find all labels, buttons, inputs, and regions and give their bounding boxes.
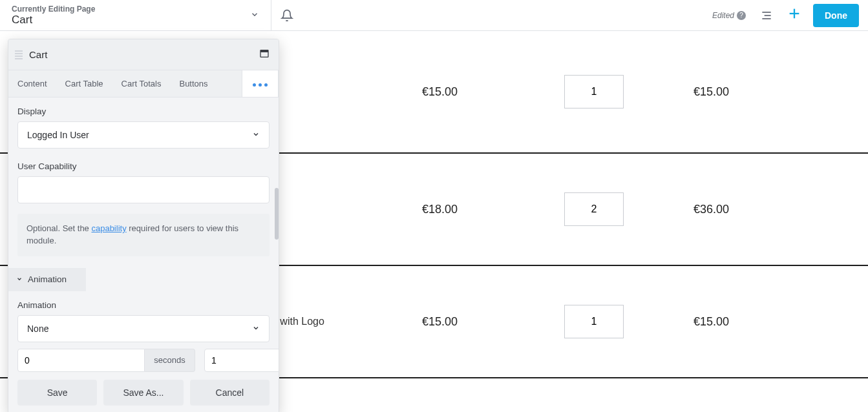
- save-as-button[interactable]: Save As...: [103, 380, 183, 406]
- delay-input[interactable]: [17, 349, 145, 372]
- top-bar: Currently Editing Page Cart Edited ? Don…: [0, 0, 868, 31]
- display-value: Logged In User: [27, 130, 89, 140]
- drag-handle-icon[interactable]: [15, 50, 23, 59]
- tab-buttons[interactable]: Buttons: [170, 70, 217, 97]
- svg-rect-6: [260, 50, 268, 52]
- chevron-down-icon: [252, 130, 260, 140]
- product-name: e: [271, 203, 422, 215]
- panel-footer: Save Save As... Cancel: [8, 372, 279, 412]
- done-button[interactable]: Done: [813, 4, 859, 27]
- unit-price: €15.00: [422, 85, 525, 99]
- add-button[interactable]: [787, 6, 801, 25]
- cancel-button[interactable]: Cancel: [190, 380, 270, 406]
- panel-header[interactable]: Cart: [8, 39, 279, 70]
- user-capability-help: Optional. Set the capability required fo…: [17, 214, 270, 256]
- page-title: Cart: [12, 14, 95, 26]
- tab-advanced[interactable]: [242, 70, 279, 97]
- display-select[interactable]: Logged In User: [17, 121, 270, 149]
- user-capability-label: User Capability: [17, 161, 270, 171]
- module-settings-panel: Cart Content Cart Table Cart Totals Butt…: [8, 39, 279, 412]
- page-switcher[interactable]: Currently Editing Page Cart: [0, 0, 271, 31]
- help-icon: ?: [737, 11, 746, 20]
- edited-label: Edited: [712, 11, 734, 20]
- unit-price: €15.00: [422, 315, 525, 329]
- duration-input[interactable]: [204, 349, 279, 372]
- unit-price: €18.00: [422, 203, 525, 216]
- product-name: e with Logo: [271, 316, 422, 327]
- tab-content[interactable]: Content: [8, 70, 56, 97]
- line-total: €15.00: [693, 85, 797, 99]
- edited-indicator[interactable]: Edited ?: [712, 11, 746, 20]
- line-total: €15.00: [693, 315, 797, 329]
- panel-body: Display Logged In User User Capability O…: [8, 98, 279, 372]
- animation-label: Animation: [17, 300, 270, 310]
- animation-select[interactable]: None: [17, 315, 270, 342]
- animation-value: None: [27, 324, 48, 334]
- quantity-input[interactable]: [564, 192, 624, 226]
- tab-cart-table[interactable]: Cart Table: [56, 70, 112, 97]
- more-icon: [251, 79, 269, 88]
- chevron-down-icon: [16, 276, 23, 283]
- user-capability-input[interactable]: [17, 176, 270, 203]
- tab-cart-totals[interactable]: Cart Totals: [112, 70, 171, 97]
- chevron-down-icon: [252, 324, 260, 334]
- chevron-down-icon[interactable]: [250, 10, 259, 21]
- animation-section-toggle[interactable]: Animation: [8, 268, 86, 291]
- delay-unit: seconds: [145, 349, 195, 372]
- panel-tabs: Content Cart Table Cart Totals Buttons: [8, 70, 279, 98]
- top-bar-actions: Edited ? Done: [712, 4, 868, 27]
- save-button[interactable]: Save: [17, 380, 97, 406]
- display-label: Display: [17, 107, 270, 116]
- animation-section-label: Animation: [28, 274, 67, 284]
- scrollbar-thumb[interactable]: [275, 188, 279, 240]
- panel-title: Cart: [29, 49, 259, 60]
- line-total: €36.00: [693, 203, 797, 216]
- expand-icon[interactable]: [259, 48, 270, 61]
- editing-label: Currently Editing Page: [12, 5, 95, 14]
- capability-link[interactable]: capability: [91, 223, 126, 233]
- quantity-input[interactable]: [564, 75, 624, 108]
- outline-button[interactable]: [757, 6, 776, 25]
- quantity-input[interactable]: [564, 305, 624, 338]
- notifications-button[interactable]: [271, 0, 302, 31]
